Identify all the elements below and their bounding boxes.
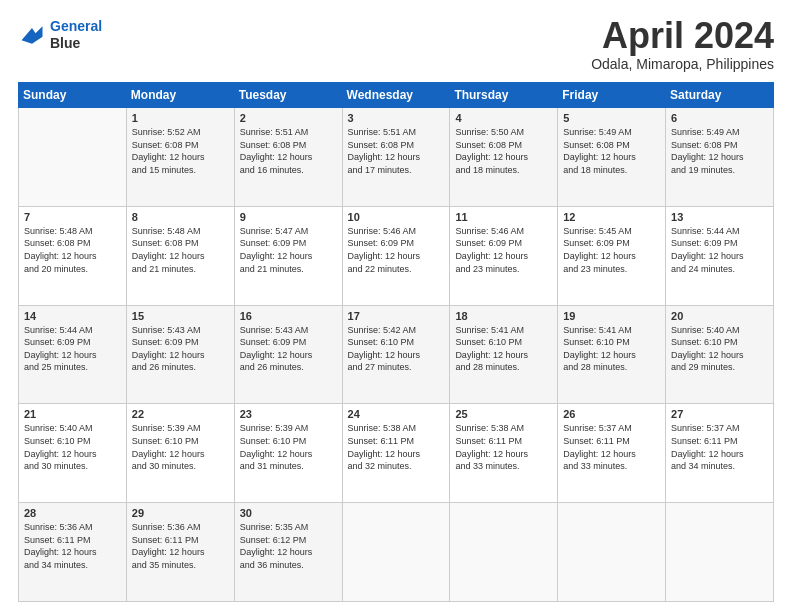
table-row: 23Sunrise: 5:39 AM Sunset: 6:10 PM Dayli…: [234, 404, 342, 503]
day-number: 1: [132, 112, 230, 124]
cell-text: Sunrise: 5:40 AM Sunset: 6:10 PM Dayligh…: [24, 422, 122, 472]
col-monday: Monday: [126, 83, 234, 108]
table-row: [19, 108, 127, 207]
cell-text: Sunrise: 5:35 AM Sunset: 6:12 PM Dayligh…: [240, 521, 338, 571]
table-row: 14Sunrise: 5:44 AM Sunset: 6:09 PM Dayli…: [19, 305, 127, 404]
cell-text: Sunrise: 5:50 AM Sunset: 6:08 PM Dayligh…: [455, 126, 553, 176]
day-number: 20: [671, 310, 769, 322]
day-number: 25: [455, 408, 553, 420]
day-number: 13: [671, 211, 769, 223]
calendar-week-row: 1Sunrise: 5:52 AM Sunset: 6:08 PM Daylig…: [19, 108, 774, 207]
day-number: 9: [240, 211, 338, 223]
day-number: 4: [455, 112, 553, 124]
cell-text: Sunrise: 5:39 AM Sunset: 6:10 PM Dayligh…: [132, 422, 230, 472]
day-number: 10: [348, 211, 446, 223]
calendar-week-row: 21Sunrise: 5:40 AM Sunset: 6:10 PM Dayli…: [19, 404, 774, 503]
table-row: 3Sunrise: 5:51 AM Sunset: 6:08 PM Daylig…: [342, 108, 450, 207]
header: General Blue April 2024 Odala, Mimaropa,…: [18, 18, 774, 72]
cell-text: Sunrise: 5:43 AM Sunset: 6:09 PM Dayligh…: [240, 324, 338, 374]
day-number: 30: [240, 507, 338, 519]
table-row: 1Sunrise: 5:52 AM Sunset: 6:08 PM Daylig…: [126, 108, 234, 207]
calendar-body: 1Sunrise: 5:52 AM Sunset: 6:08 PM Daylig…: [19, 108, 774, 602]
col-saturday: Saturday: [666, 83, 774, 108]
table-row: 13Sunrise: 5:44 AM Sunset: 6:09 PM Dayli…: [666, 206, 774, 305]
page: General Blue April 2024 Odala, Mimaropa,…: [0, 0, 792, 612]
cell-text: Sunrise: 5:38 AM Sunset: 6:11 PM Dayligh…: [455, 422, 553, 472]
cell-text: Sunrise: 5:38 AM Sunset: 6:11 PM Dayligh…: [348, 422, 446, 472]
day-number: 26: [563, 408, 661, 420]
svg-marker-1: [22, 26, 43, 44]
table-row: 26Sunrise: 5:37 AM Sunset: 6:11 PM Dayli…: [558, 404, 666, 503]
col-thursday: Thursday: [450, 83, 558, 108]
calendar-week-row: 7Sunrise: 5:48 AM Sunset: 6:08 PM Daylig…: [19, 206, 774, 305]
table-row: 8Sunrise: 5:48 AM Sunset: 6:08 PM Daylig…: [126, 206, 234, 305]
table-row: 2Sunrise: 5:51 AM Sunset: 6:08 PM Daylig…: [234, 108, 342, 207]
day-number: 23: [240, 408, 338, 420]
table-row: 25Sunrise: 5:38 AM Sunset: 6:11 PM Dayli…: [450, 404, 558, 503]
table-row: 5Sunrise: 5:49 AM Sunset: 6:08 PM Daylig…: [558, 108, 666, 207]
cell-text: Sunrise: 5:52 AM Sunset: 6:08 PM Dayligh…: [132, 126, 230, 176]
table-row: 20Sunrise: 5:40 AM Sunset: 6:10 PM Dayli…: [666, 305, 774, 404]
cell-text: Sunrise: 5:40 AM Sunset: 6:10 PM Dayligh…: [671, 324, 769, 374]
col-tuesday: Tuesday: [234, 83, 342, 108]
cell-text: Sunrise: 5:41 AM Sunset: 6:10 PM Dayligh…: [563, 324, 661, 374]
table-row: 19Sunrise: 5:41 AM Sunset: 6:10 PM Dayli…: [558, 305, 666, 404]
location: Odala, Mimaropa, Philippines: [591, 56, 774, 72]
day-number: 27: [671, 408, 769, 420]
day-number: 15: [132, 310, 230, 322]
table-row: 22Sunrise: 5:39 AM Sunset: 6:10 PM Dayli…: [126, 404, 234, 503]
col-wednesday: Wednesday: [342, 83, 450, 108]
cell-text: Sunrise: 5:46 AM Sunset: 6:09 PM Dayligh…: [455, 225, 553, 275]
day-number: 5: [563, 112, 661, 124]
table-row: [666, 503, 774, 602]
calendar-header-row: Sunday Monday Tuesday Wednesday Thursday…: [19, 83, 774, 108]
day-number: 22: [132, 408, 230, 420]
table-row: 10Sunrise: 5:46 AM Sunset: 6:09 PM Dayli…: [342, 206, 450, 305]
table-row: 17Sunrise: 5:42 AM Sunset: 6:10 PM Dayli…: [342, 305, 450, 404]
col-sunday: Sunday: [19, 83, 127, 108]
day-number: 28: [24, 507, 122, 519]
cell-text: Sunrise: 5:41 AM Sunset: 6:10 PM Dayligh…: [455, 324, 553, 374]
cell-text: Sunrise: 5:48 AM Sunset: 6:08 PM Dayligh…: [132, 225, 230, 275]
table-row: 11Sunrise: 5:46 AM Sunset: 6:09 PM Dayli…: [450, 206, 558, 305]
day-number: 2: [240, 112, 338, 124]
logo-text: General Blue: [50, 18, 102, 52]
day-number: 6: [671, 112, 769, 124]
cell-text: Sunrise: 5:44 AM Sunset: 6:09 PM Dayligh…: [24, 324, 122, 374]
logo-icon: [18, 21, 46, 49]
cell-text: Sunrise: 5:44 AM Sunset: 6:09 PM Dayligh…: [671, 225, 769, 275]
table-row: [342, 503, 450, 602]
table-row: 16Sunrise: 5:43 AM Sunset: 6:09 PM Dayli…: [234, 305, 342, 404]
cell-text: Sunrise: 5:49 AM Sunset: 6:08 PM Dayligh…: [563, 126, 661, 176]
table-row: 4Sunrise: 5:50 AM Sunset: 6:08 PM Daylig…: [450, 108, 558, 207]
logo: General Blue: [18, 18, 102, 52]
cell-text: Sunrise: 5:51 AM Sunset: 6:08 PM Dayligh…: [240, 126, 338, 176]
day-number: 14: [24, 310, 122, 322]
cell-text: Sunrise: 5:49 AM Sunset: 6:08 PM Dayligh…: [671, 126, 769, 176]
cell-text: Sunrise: 5:36 AM Sunset: 6:11 PM Dayligh…: [24, 521, 122, 571]
title-area: April 2024 Odala, Mimaropa, Philippines: [591, 18, 774, 72]
day-number: 12: [563, 211, 661, 223]
day-number: 24: [348, 408, 446, 420]
day-number: 18: [455, 310, 553, 322]
cell-text: Sunrise: 5:47 AM Sunset: 6:09 PM Dayligh…: [240, 225, 338, 275]
cell-text: Sunrise: 5:37 AM Sunset: 6:11 PM Dayligh…: [563, 422, 661, 472]
table-row: [450, 503, 558, 602]
table-row: [558, 503, 666, 602]
cell-text: Sunrise: 5:42 AM Sunset: 6:10 PM Dayligh…: [348, 324, 446, 374]
table-row: 12Sunrise: 5:45 AM Sunset: 6:09 PM Dayli…: [558, 206, 666, 305]
table-row: 24Sunrise: 5:38 AM Sunset: 6:11 PM Dayli…: [342, 404, 450, 503]
cell-text: Sunrise: 5:48 AM Sunset: 6:08 PM Dayligh…: [24, 225, 122, 275]
cell-text: Sunrise: 5:37 AM Sunset: 6:11 PM Dayligh…: [671, 422, 769, 472]
table-row: 18Sunrise: 5:41 AM Sunset: 6:10 PM Dayli…: [450, 305, 558, 404]
day-number: 21: [24, 408, 122, 420]
day-number: 19: [563, 310, 661, 322]
table-row: 28Sunrise: 5:36 AM Sunset: 6:11 PM Dayli…: [19, 503, 127, 602]
day-number: 8: [132, 211, 230, 223]
cell-text: Sunrise: 5:45 AM Sunset: 6:09 PM Dayligh…: [563, 225, 661, 275]
calendar-week-row: 14Sunrise: 5:44 AM Sunset: 6:09 PM Dayli…: [19, 305, 774, 404]
day-number: 11: [455, 211, 553, 223]
cell-text: Sunrise: 5:43 AM Sunset: 6:09 PM Dayligh…: [132, 324, 230, 374]
month-title: April 2024: [591, 18, 774, 54]
table-row: 9Sunrise: 5:47 AM Sunset: 6:09 PM Daylig…: [234, 206, 342, 305]
